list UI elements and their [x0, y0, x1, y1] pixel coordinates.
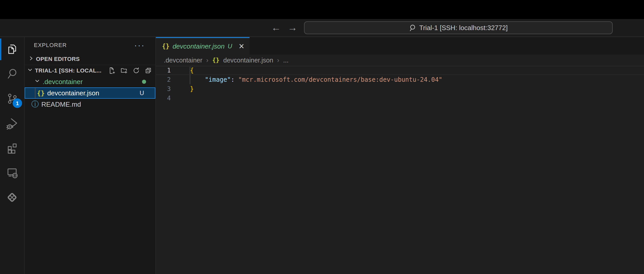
code-token [190, 76, 205, 83]
activity-search[interactable] [0, 62, 24, 86]
back-button[interactable]: ← [271, 23, 281, 32]
code-token: "mcr.microsoft.com/devcontainers/base:de… [238, 76, 442, 83]
remote-explorer-icon [6, 167, 18, 179]
workspace-label: TRIAL-1 [SSH: LOCAL... [35, 67, 101, 74]
activity-remote-explorer[interactable] [0, 160, 24, 185]
code-token: } [190, 85, 194, 93]
line-number: 2 [156, 76, 171, 83]
search-icon [6, 68, 18, 80]
tab-title: devcontainer.json [173, 42, 225, 50]
breadcrumb-file[interactable]: devcontainer.json [223, 57, 273, 64]
command-center-search[interactable]: Trial-1 [SSH: localhost:32772] [304, 21, 613, 34]
more-actions-icon[interactable]: ··· [134, 44, 145, 47]
search-icon [409, 24, 416, 31]
activity-bar: 1 [0, 37, 25, 274]
code-line-2: 2 "image": "mcr.microsoft.com/devcontain… [156, 75, 644, 84]
info-icon: ⓘ [31, 99, 39, 109]
activity-source-control[interactable]: 1 [0, 86, 24, 111]
new-folder-icon[interactable] [121, 67, 128, 74]
breadcrumb: .devcontainer › {} devcontainer.json › .… [156, 54, 644, 66]
file-label: devcontainer.json [47, 89, 99, 97]
open-editors-section[interactable]: OPEN EDITORS [25, 53, 155, 65]
code-area[interactable]: 1 { 2 "image": "mcr.microsoft.com/devcon… [156, 66, 644, 274]
file-label: README.md [41, 101, 81, 108]
code-line-1: 1 { [156, 66, 644, 75]
checkered-diamond-icon [6, 191, 18, 204]
run-debug-icon [6, 117, 18, 130]
code-token: { [190, 67, 194, 74]
tree-item-devcontainer-folder[interactable]: .devcontainer [25, 76, 155, 87]
extensions-icon [6, 142, 18, 154]
tab-devcontainer-json[interactable]: {} devcontainer.json U × [156, 37, 250, 54]
indent-guide [35, 88, 35, 98]
activity-extensions[interactable] [0, 136, 24, 160]
explorer-sidebar: EXPLORER ··· OPEN EDITORS TRIAL-1 [SSH: … [25, 37, 156, 274]
title-bar: ← → Trial-1 [SSH: localhost:32772] [0, 19, 644, 37]
line-number: 4 [156, 95, 171, 102]
tab-bar: {} devcontainer.json U × [156, 37, 644, 54]
collapse-all-icon[interactable] [145, 67, 152, 74]
activity-explorer[interactable] [0, 37, 24, 62]
forward-button[interactable]: → [288, 23, 297, 32]
chevron-right-icon [28, 55, 34, 63]
json-file-icon: {} [162, 43, 169, 50]
window-title: Trial-1 [SSH: localhost:32772] [419, 24, 508, 32]
vscode-window: ← → Trial-1 [SSH: localhost:32772] [0, 0, 644, 274]
line-number: 3 [156, 85, 171, 93]
breadcrumb-separator: › [206, 56, 209, 64]
code-token: : [231, 76, 238, 83]
source-control-badge: 1 [13, 98, 22, 108]
git-untracked-dot [142, 80, 146, 84]
chevron-down-icon [34, 78, 41, 86]
new-file-icon[interactable] [109, 67, 116, 74]
close-icon[interactable]: × [239, 42, 244, 51]
tree-item-readme[interactable]: ⓘ README.md [25, 99, 155, 110]
active-indicator [0, 39, 1, 60]
breadcrumb-symbol[interactable]: ... [283, 57, 289, 64]
chevron-down-icon [27, 67, 33, 75]
code-line-4: 4 [156, 94, 644, 103]
tab-modified-badge: U [228, 43, 232, 50]
json-file-icon: {} [37, 89, 45, 97]
files-icon [6, 43, 18, 56]
breadcrumb-folder[interactable]: .devcontainer [164, 57, 202, 64]
code-token: "image" [205, 76, 231, 83]
editor-group: {} devcontainer.json U × .devcontainer ›… [156, 37, 644, 274]
refresh-icon[interactable] [133, 67, 140, 74]
activity-run-debug[interactable] [0, 111, 24, 136]
tree-item-devcontainer-json[interactable]: {} devcontainer.json U [25, 87, 155, 99]
sidebar-title: EXPLORER [34, 42, 67, 49]
breadcrumb-separator: › [277, 56, 279, 64]
line-number: 1 [156, 67, 171, 74]
json-file-icon: {} [212, 57, 220, 63]
activity-containers[interactable] [0, 185, 24, 210]
code-line-3: 3 } [156, 84, 644, 94]
workspace-section[interactable]: TRIAL-1 [SSH: LOCAL... [25, 65, 155, 76]
git-status-badge: U [140, 89, 144, 97]
folder-label: .devcontainer [43, 78, 83, 86]
open-editors-label: OPEN EDITORS [36, 56, 80, 62]
top-black-strip [0, 0, 644, 19]
